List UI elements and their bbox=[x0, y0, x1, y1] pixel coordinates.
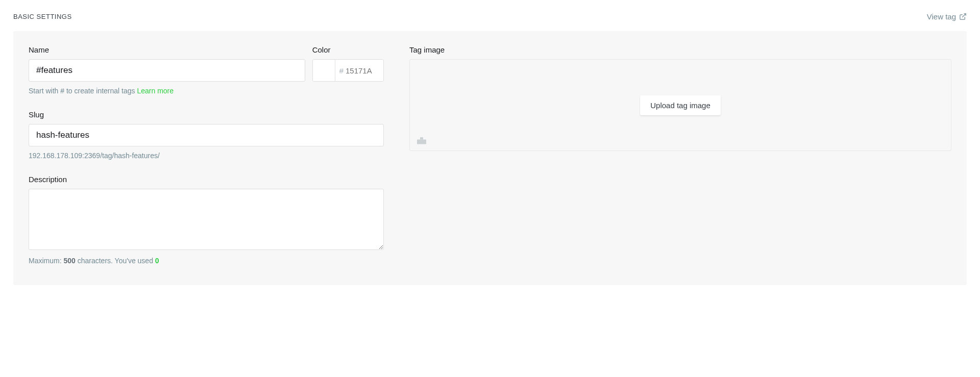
description-textarea[interactable] bbox=[29, 189, 384, 250]
description-hint: Maximum: 500 characters. You've used 0 bbox=[29, 257, 384, 265]
view-tag-link[interactable]: View tag bbox=[927, 12, 967, 21]
name-label: Name bbox=[29, 45, 305, 54]
tag-image-upload-zone[interactable]: Upload tag image bbox=[409, 59, 951, 151]
image-placeholder-icon bbox=[417, 136, 426, 144]
name-input[interactable] bbox=[29, 59, 305, 82]
color-swatch[interactable] bbox=[313, 60, 335, 81]
svg-line-0 bbox=[962, 14, 966, 17]
svg-rect-2 bbox=[420, 137, 423, 140]
desc-hint-mid: characters. You've used bbox=[76, 257, 155, 265]
settings-panel: Name Start with # to create internal tag… bbox=[13, 31, 967, 285]
svg-rect-1 bbox=[417, 140, 426, 144]
learn-more-link[interactable]: Learn more bbox=[137, 87, 174, 95]
color-input-group: # bbox=[312, 59, 384, 82]
name-hint-text: Start with # to create internal tags bbox=[29, 87, 137, 95]
color-hex-input[interactable] bbox=[344, 60, 383, 81]
hash-prefix: # bbox=[335, 60, 344, 81]
slug-label: Slug bbox=[29, 110, 384, 119]
upload-tag-image-button[interactable]: Upload tag image bbox=[640, 95, 721, 115]
desc-max: 500 bbox=[63, 257, 75, 265]
section-title: BASIC SETTINGS bbox=[13, 13, 72, 20]
external-link-icon bbox=[959, 13, 967, 20]
description-label: Description bbox=[29, 175, 384, 184]
tag-image-label: Tag image bbox=[409, 45, 951, 54]
view-tag-label: View tag bbox=[927, 12, 956, 21]
color-label: Color bbox=[312, 45, 384, 54]
slug-url: 192.168.178.109:2369/tag/hash-features/ bbox=[29, 152, 384, 160]
slug-input[interactable] bbox=[29, 124, 384, 146]
desc-used-count: 0 bbox=[155, 257, 159, 265]
desc-hint-prefix: Maximum: bbox=[29, 257, 63, 265]
name-hint: Start with # to create internal tags Lea… bbox=[29, 87, 305, 95]
